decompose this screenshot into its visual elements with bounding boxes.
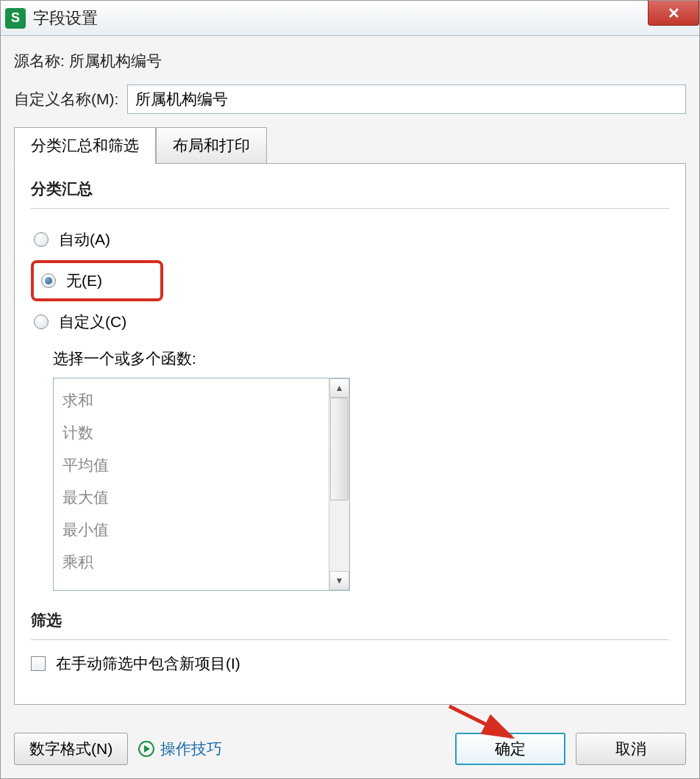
subtotal-radio-group: 自动(A) 无(E) 自定义(C) [31,222,669,340]
radio-auto[interactable]: 自动(A) [31,222,669,257]
radio-label: 自定义(C) [59,312,126,332]
tips-link[interactable]: 操作技巧 [138,739,222,759]
cancel-button[interactable]: 取消 [576,733,686,765]
source-name-value: 所属机构编号 [69,51,162,71]
app-icon: S [5,8,26,29]
custom-name-label: 自定义名称(M): [14,89,118,110]
radio-label: 无(E) [66,270,102,291]
tab-layout-print[interactable]: 布局和打印 [156,127,267,163]
button-label: 取消 [615,740,646,757]
tab-panel: 分类汇总 自动(A) 无(E) 自定义(C) 选择一个或多个函数: [14,164,686,705]
checkbox-label: 在手动筛选中包含新项目(I) [56,653,240,674]
scrollbar[interactable]: ▲ ▼ [329,378,349,590]
radio-none[interactable]: 无(E) [31,260,163,301]
listbox-inner: 求和 计数 平均值 最大值 最小值 乘积 [54,378,349,584]
scroll-up-arrow-icon[interactable]: ▲ [329,378,349,398]
list-item[interactable]: 平均值 [63,449,340,481]
radio-custom[interactable]: 自定义(C) [31,304,669,340]
field-settings-dialog: S 字段设置 ✕ 源名称: 所属机构编号 自定义名称(M): 分类汇总和筛选 布… [0,0,700,779]
scroll-track[interactable] [329,500,349,571]
button-label: 确定 [495,740,526,757]
custom-name-row: 自定义名称(M): [14,85,686,114]
list-item[interactable]: 计数 [63,417,340,449]
dialog-footer: 数字格式(N) 操作技巧 确定 取消 [1,722,699,778]
tabstrip: 分类汇总和筛选 布局和打印 [14,127,686,164]
dialog-content: 源名称: 所属机构编号 自定义名称(M): 分类汇总和筛选 布局和打印 分类汇总… [1,36,699,722]
function-listbox[interactable]: 求和 计数 平均值 最大值 最小值 乘积 ▲ ▼ [53,378,350,591]
divider [31,208,669,209]
divider [31,639,669,640]
list-item[interactable]: 最小值 [63,514,340,546]
number-format-button[interactable]: 数字格式(N) [14,733,128,765]
source-name-row: 源名称: 所属机构编号 [14,51,686,71]
close-button[interactable]: ✕ [648,1,699,26]
radio-icon [41,273,56,288]
function-select-label: 选择一个或多个函数: [53,348,669,369]
scroll-thumb[interactable] [330,398,349,500]
include-new-items-checkbox[interactable]: 在手动筛选中包含新项目(I) [31,653,669,674]
close-icon: ✕ [668,4,680,22]
radio-label: 自动(A) [59,229,110,250]
dialog-title: 字段设置 [33,7,98,29]
list-item[interactable]: 乘积 [63,546,340,578]
tips-label: 操作技巧 [160,739,222,759]
scroll-down-arrow-icon[interactable]: ▼ [329,571,349,590]
tab-summary-filter[interactable]: 分类汇总和筛选 [14,127,156,164]
list-item[interactable]: 求和 [63,384,340,417]
ok-button[interactable]: 确定 [455,733,565,765]
source-name-label: 源名称: [14,51,65,71]
tab-label: 分类汇总和筛选 [31,137,139,154]
list-item[interactable]: 最大值 [63,481,340,514]
button-label: 数字格式(N) [29,740,113,757]
tab-label: 布局和打印 [173,137,250,154]
subtotal-section-title: 分类汇总 [31,179,669,199]
custom-name-input[interactable] [127,85,686,114]
checkbox-icon [31,656,46,671]
titlebar: S 字段设置 ✕ [1,1,699,36]
play-icon [138,741,154,757]
filter-section-title: 筛选 [31,610,669,631]
radio-icon [34,315,49,329]
radio-icon [34,232,49,247]
